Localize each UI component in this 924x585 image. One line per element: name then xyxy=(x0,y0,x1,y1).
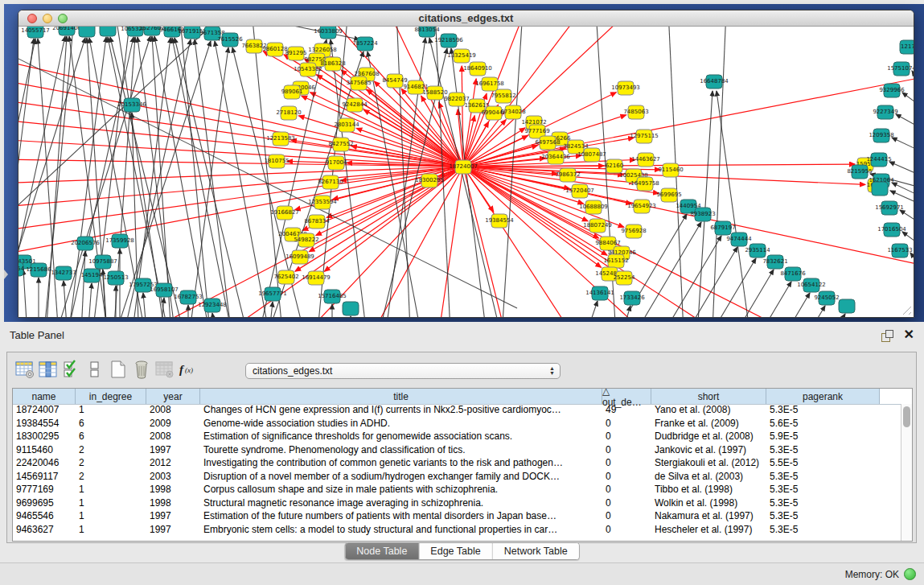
table-cell: Dudbridge et al. (2008) xyxy=(651,431,766,444)
table-row[interactable]: 1830029562008Estimation of significance … xyxy=(13,431,901,444)
graph-node-label: 16914479 xyxy=(302,274,331,281)
network-desktop-background: citations_edges.txt 14055717206914061065… xyxy=(4,4,924,322)
column-header-pagerank[interactable]: pagerank xyxy=(766,389,880,404)
table-row[interactable]: 1938455462009Genome-wide association stu… xyxy=(13,418,901,431)
table-row[interactable]: 969969511998Structural magnetic resonanc… xyxy=(13,497,901,511)
table-row[interactable]: 946362711997Embryonic stem cells: a mode… xyxy=(13,524,901,538)
graph-node-label: 16958107 xyxy=(150,286,179,293)
table-cell: 1 xyxy=(76,524,146,538)
tab-node-table[interactable]: Node Table xyxy=(345,543,419,559)
table-panel-title: Table Panel xyxy=(10,329,64,341)
table-row[interactable]: 946554611997Estimation of the future num… xyxy=(13,510,901,524)
unselect-rows-button[interactable] xyxy=(84,359,105,383)
tab-edge-table[interactable]: Edge Table xyxy=(419,543,492,559)
column-header-name[interactable]: name xyxy=(13,389,76,404)
graph-node-label: 9699695 xyxy=(656,192,681,198)
table-cell: Investigating the contribution of common… xyxy=(200,457,602,471)
graph-edge xyxy=(900,210,914,224)
graph-node-label: 16961758 xyxy=(475,80,504,87)
table-cell: 0 xyxy=(602,510,651,524)
delete-column-button[interactable] xyxy=(154,359,175,383)
network-window-titlebar[interactable]: citations_edges.txt xyxy=(18,10,914,27)
table-cell: 1998 xyxy=(146,497,200,511)
scrollbar-thumb[interactable] xyxy=(903,406,910,427)
table-row[interactable]: 1456911722003Disruption of a novel membe… xyxy=(13,471,901,484)
show-column-button[interactable] xyxy=(37,359,59,383)
table-cell: Estimation of the future numbers of pati… xyxy=(200,510,602,524)
column-header-in_degree[interactable]: in_degree xyxy=(76,389,146,404)
table-cell: 18724007 xyxy=(13,404,76,418)
graph-node-label: 13325419 xyxy=(447,52,476,59)
table-options-button[interactable] xyxy=(14,359,35,383)
table-row[interactable]: 977716911998Corpus callosum shape and si… xyxy=(13,484,901,497)
graph-node-label: 2718120 xyxy=(276,109,301,116)
graph-node-label: 9671358 xyxy=(199,30,224,36)
graph-node-label: 19218596 xyxy=(434,37,463,43)
new-table-icon xyxy=(109,360,127,382)
table-cell: 5.3E-5 xyxy=(766,497,880,511)
splitter-handle[interactable] xyxy=(4,270,8,279)
graph-node-label: 10973493 xyxy=(611,84,640,91)
network-canvas[interactable]: 1405571720691406106532871527602946616110… xyxy=(18,27,914,317)
graph-node-label: 9242844 xyxy=(342,101,368,108)
graph-node-label: 9822037 xyxy=(444,96,469,102)
graph-node-label: 7857224 xyxy=(352,40,378,47)
table-cell: 19384554 xyxy=(13,418,76,431)
graph-node-label: 9884067 xyxy=(595,240,620,246)
float-panel-icon[interactable] xyxy=(881,330,893,342)
tab-network-table[interactable]: Network Table xyxy=(493,543,579,559)
graph-node-label: 15692971 xyxy=(875,204,904,211)
close-panel-icon[interactable]: ✕ xyxy=(904,327,914,342)
column-header-out_de[interactable]: △ out_de… xyxy=(602,389,651,404)
select-rows-button[interactable] xyxy=(60,359,82,383)
table-cell: Yano et al. (2008) xyxy=(651,404,766,418)
graph-node[interactable] xyxy=(100,27,116,36)
graph-node-label: 13226058 xyxy=(308,47,337,53)
new-table-button[interactable] xyxy=(107,359,129,383)
table-row[interactable]: 2242004622012Investigating the contribut… xyxy=(13,457,901,471)
table-scrollbar[interactable] xyxy=(901,404,912,541)
column-header-short[interactable]: short xyxy=(651,389,766,404)
table-cell: 0 xyxy=(602,497,651,511)
column-header-year[interactable]: year xyxy=(146,389,200,404)
graph-node[interactable] xyxy=(343,302,359,315)
graph-node-label: 9329966 xyxy=(879,87,905,93)
table-cell: 2008 xyxy=(146,431,200,444)
table-cell: 5.9E-5 xyxy=(766,431,880,444)
table-row[interactable]: 911546021997Tourette syndrome. Phenomeno… xyxy=(13,444,901,458)
table-cell: Hescheler et al. (1997) xyxy=(651,524,766,538)
graph-node-label: 989061 xyxy=(281,89,303,95)
table-cell: 14569117 xyxy=(13,471,76,484)
graph-node[interactable] xyxy=(79,27,95,37)
graph-node-label: 12353594 xyxy=(308,199,337,205)
graph-node-label: 15720407 xyxy=(565,187,594,194)
table-cell: 9463627 xyxy=(13,524,76,538)
graph-node-label: 8471676 xyxy=(780,270,806,277)
network-window[interactable]: citations_edges.txt 14055717206914061065… xyxy=(18,10,914,318)
graph-node-label: 5498222 xyxy=(294,237,318,243)
graph-node-label: 252254 xyxy=(614,274,635,281)
graph-edge xyxy=(700,258,756,317)
graph-edge xyxy=(437,167,463,317)
table-selector-dropdown[interactable]: citations_edges.txt ▲▼ xyxy=(245,363,561,379)
graph-node[interactable] xyxy=(839,299,855,313)
table-row[interactable]: 1872400712008Changes of HCN gene express… xyxy=(13,404,901,418)
table-selector-value: citations_edges.txt xyxy=(253,365,332,377)
table-cell: 5.5E-5 xyxy=(766,457,880,471)
table-cell: 6 xyxy=(76,418,146,431)
table-cell: 2 xyxy=(76,471,146,484)
table-cell: 2003 xyxy=(146,471,200,484)
function-builder-button[interactable]: f(x) xyxy=(177,359,199,383)
table-tabs: Node TableEdge TableNetwork Table xyxy=(344,542,579,560)
graph-node[interactable] xyxy=(872,182,888,196)
table-header-row: namein_degreeyeartitle△ out_de…shortpage… xyxy=(13,389,912,405)
column-header-title[interactable]: title xyxy=(200,389,602,404)
graph-node-label: 15716485 xyxy=(318,293,347,299)
table-cell: 9699695 xyxy=(13,497,76,511)
graph-edge xyxy=(23,270,28,317)
memory-ok-indicator xyxy=(904,568,916,580)
graph-node-label: 8186328 xyxy=(320,60,345,67)
graph-node-label: 10807487 xyxy=(577,151,606,158)
delete-table-button[interactable] xyxy=(130,359,152,383)
graph-node-label: 20206576 xyxy=(71,240,100,246)
